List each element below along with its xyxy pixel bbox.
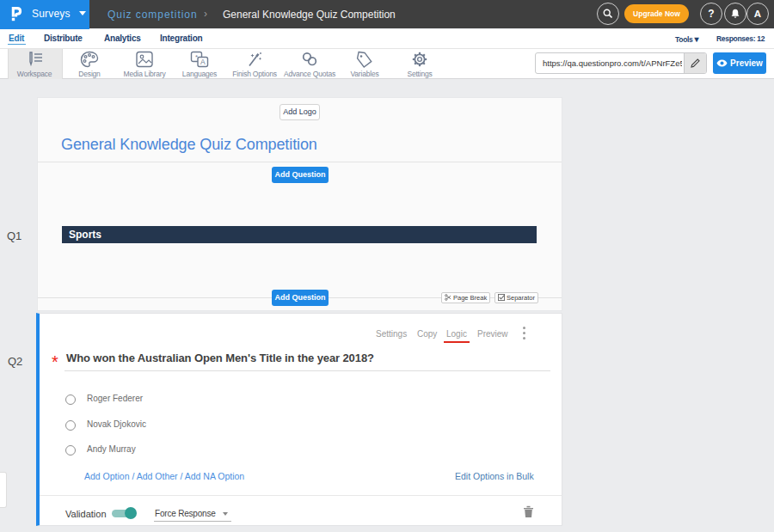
svg-text:A: A	[200, 58, 206, 66]
